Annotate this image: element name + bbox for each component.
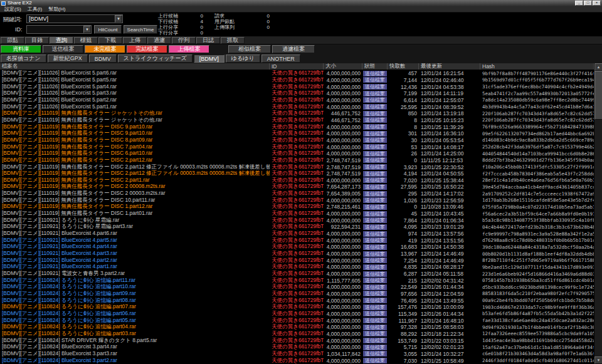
chevron-down-icon[interactable]: ▼ [83, 26, 91, 33]
table-row[interactable]: [BDMV][アニメ][111019] 無責任艦長タイラー DISC 2.par… [0, 164, 594, 170]
query-tab-6[interactable]: ANOTHER [261, 55, 300, 63]
scrollbar-up-icon[interactable]: ▲ [594, 63, 602, 71]
query-tab-3[interactable]: ストライクウィッチーズ [118, 55, 193, 63]
table-row[interactable]: [BDMV][アニメ][110824] るろうに剣心 追憶編.part10.ra… [0, 284, 594, 291]
filename-cell: [BDMV][アニメ][111019] 無責任艦長タイラー DISC 1.par… [0, 211, 270, 217]
table-row[interactable]: [BDMV][アニメ][110921] BlueExorcist 4.part6… [0, 231, 594, 237]
main-tab-query[interactable]: 查詢 [50, 37, 73, 44]
table-row[interactable]: [BDMV][アニメ][110824] BlueExorcist 3.part3… [0, 351, 594, 358]
table-row[interactable]: [BDMV][アニメ][111026] BlueExorcist 5.part1… [0, 103, 594, 110]
table-row[interactable]: [BDMV][アニメ][111026] BlueExorcist 5.part4… [0, 83, 594, 90]
table-row[interactable]: [BDMV][アニメ][111019] 無責任艦長タイラー DISC 10.pa… [0, 197, 594, 204]
table-row[interactable]: [BDMV][アニメ][110921] るろうに剣心 星霜編.part3.rar… [0, 224, 594, 231]
table-row[interactable]: [BDMV][アニメ][110824] るろうに剣心 追憶編.part09.ra… [0, 291, 594, 298]
table-row[interactable]: [BDMV][アニメ][110824] BlueExorcist 3.part2… [0, 357, 594, 364]
filename-cell: [BDMV][アニメ][110824] るろうに剣心 追憶編.part11.ra… [0, 277, 270, 284]
menu-item-settings[interactable]: 設定(S) [2, 6, 24, 13]
query-tab-5[interactable]: ゆるゆり [226, 55, 260, 63]
table-row[interactable]: [BDMV][アニメ][110824] るろうに剣心 追憶編.part11.ra… [0, 277, 594, 284]
hash-cell: b53afe6fd5b86f4a87fb5c55da5b42b3a1d2f225 [480, 311, 594, 316]
column-header-cache[interactable]: 快取數 [388, 63, 419, 70]
query-tab-1[interactable]: 新世紀GPX [48, 55, 88, 63]
column-header-updated[interactable]: 最後更新 [419, 63, 480, 70]
column-header-filename[interactable]: 檔案名 [0, 63, 270, 70]
query-tab-0[interactable]: 名探偵コナン [1, 55, 46, 63]
filter-button-complete[interactable]: 完結檔案 [127, 45, 167, 53]
table-row[interactable]: [BDMV][アニメ][110921] 電波女と青春男 3.part2.rar天… [0, 271, 594, 278]
table-row[interactable]: [BDMV][アニメ][111019] 無責任艦長タイラー DISC 7.par… [0, 143, 594, 150]
vertical-scrollbar[interactable]: ▲ ▼ [594, 63, 602, 364]
scrollbar-down-icon[interactable]: ▼ [594, 356, 602, 364]
table-row[interactable]: [BDMV][アニメ][110824] BlueExorcist 3.part4… [0, 344, 594, 351]
table-row[interactable]: [BDMV][アニメ][110921] BlueExorcist 4.part4… [0, 244, 594, 251]
table-row[interactable]: [BDMV][アニメ][110824] るろうに剣心 追憶編.part05.ra… [0, 317, 594, 324]
status-badge: 送信檔案 [363, 117, 387, 123]
column-header-hash[interactable]: Hash [480, 63, 594, 70]
menu-item-help[interactable]: 幫助(H) [46, 6, 68, 13]
table-row[interactable]: [BDMV][アニメ][110921] BlueExorcist 4.part2… [0, 257, 594, 264]
table-row[interactable]: [BDMV][アニメ][110824] るろうに剣心 追憶編.part07.ra… [0, 304, 594, 311]
table-row[interactable]: [BDMV][アニメ][110824] るろうに剣心 追憶編.part04.ra… [0, 324, 594, 331]
table-row[interactable]: [BDMV][アニメ][111019] 無責任艦長タイラー DISC 2.par… [0, 170, 594, 177]
chevron-down-icon[interactable]: ▼ [115, 15, 122, 23]
column-header-size[interactable]: 大小 [324, 63, 362, 70]
table-row[interactable]: [BDMV][アニメ][110921] BlueExorcist 4.part5… [0, 237, 594, 244]
table-row[interactable]: [BDMV][アニメ][111019] 無責任艦長タイラー DISC 2 000… [0, 184, 594, 190]
searchtime-button[interactable]: SearchTime [124, 25, 157, 34]
main-tab-download[interactable]: 下載 [98, 37, 122, 44]
table-row[interactable]: [BDMV][アニメ][110921] BlueExorcist 4.part1… [0, 264, 594, 271]
query-tab-2[interactable]: BDMV [89, 55, 117, 63]
table-row[interactable]: [BDMV][アニメ][111019] 無責任艦長タイラー DISC 2 000… [0, 190, 594, 197]
table-row[interactable]: [BDMV][アニメ][111019] 無責任艦長タイラー DISC 6.par… [0, 150, 594, 157]
table-row[interactable]: [BDMV][アニメ][111019] 無責任艦長タイラー DISC 9.par… [0, 130, 594, 137]
similar-files-button[interactable]: 相似檔案 [228, 45, 271, 53]
keyword-combobox[interactable]: [BDMV] ▼ [26, 14, 123, 23]
status-badge: 送信檔案 [363, 91, 387, 96]
filter-button-sending[interactable]: 送信檔案 [43, 45, 83, 53]
table-row[interactable]: [BDMV][アニメ][110921] BlueExorcist 4.part3… [0, 251, 594, 257]
table-row[interactable]: [BDMV][アニメ][110921] るろうに剣心 星霜編.rar天使の翼き6… [0, 217, 594, 224]
hitcount-button[interactable]: HitCount [94, 25, 122, 34]
minimize-button[interactable]: _ [575, 1, 583, 6]
main-tab-log[interactable]: 日誌 [196, 37, 220, 44]
id-cell: 天使の翼き661729fbTY [270, 130, 324, 137]
column-header-id[interactable]: ID [270, 63, 324, 70]
table-row[interactable]: [BDMV][アニメ][110824] STAR DRIVER 輝きのタクト 8… [0, 337, 594, 344]
menu-item-tools[interactable]: 工具(I) [25, 6, 45, 13]
main-tab-node[interactable]: 節點 [1, 37, 24, 44]
query-tab-4-active[interactable]: [BDMV] [194, 55, 224, 63]
close-button[interactable]: × [593, 1, 601, 6]
table-row[interactable]: [BDMV][アニメ][111019] 無責任艦長タイラー DISC 8.par… [0, 137, 594, 144]
filter-button-incomplete[interactable]: 未完檔案 [85, 45, 125, 53]
table-row[interactable]: [BDMV][アニメ][111019] 無責任艦長タイラー ジャケットその他.r… [0, 110, 594, 117]
table-row[interactable]: [BDMV][アニメ][111026] BlueExorcist 5.part2… [0, 97, 594, 104]
updated-cell: 12/01/22 03:03:15 [419, 338, 480, 344]
main-tab-queue[interactable]: 佇列 [172, 37, 196, 44]
table-row[interactable]: [BDMV][アニメ][111026] BlueExorcist 5.part3… [0, 90, 594, 97]
id-combobox[interactable]: ▼ [26, 25, 92, 34]
filter-files-button[interactable]: 過濾檔案 [272, 45, 315, 53]
maximize-button[interactable]: □ [584, 1, 592, 6]
table-row[interactable]: [BDMV][アニメ][111019] 無責任艦長タイラー DISC 2.par… [0, 177, 594, 184]
column-header-status[interactable]: 狀態 [362, 63, 388, 70]
main-tab-upload[interactable]: 上傳 [123, 37, 147, 44]
filename-cell: [BDMV][アニメ][111026] BlueExorcist 5.part5… [0, 77, 270, 84]
table-row[interactable]: [BDMV][アニメ][111019] 無責任艦長タイラー DISC 1.par… [0, 211, 594, 217]
main-tab-catalog[interactable]: 目錄 [25, 37, 49, 44]
table-row[interactable]: [BDMV][アニメ][111026] BlueExorcist 5.part5… [0, 77, 594, 84]
table-row[interactable]: [BDMV][アニメ][111019] 無責任艦長タイラー ジャケットその他.r… [0, 117, 594, 124]
table-row[interactable]: [BDMV][アニメ][110824] るろうに剣心 追憶編.part08.ra… [0, 297, 594, 304]
table-row[interactable]: [BDMV][アニメ][111019] 無責任艦長タイラー DISC 9.par… [0, 123, 594, 130]
table-row[interactable]: [BDMV][アニメ][110824] るろうに剣心 追憶編.part03.ra… [0, 331, 594, 338]
table-row[interactable]: [BDMV][アニメ][111019] 無責任艦長タイラー DISC 1.par… [0, 204, 594, 211]
filter-button-upload[interactable]: 上傳檔案 [169, 45, 209, 53]
filter-button-database[interactable]: 資料庫 [1, 45, 41, 53]
main-tab-tag[interactable]: 標籤 [74, 37, 98, 44]
scrollbar-thumb[interactable] [594, 71, 602, 120]
table-row[interactable]: [BDMV][アニメ][111019] 無責任艦長タイラー DISC 2.par… [0, 157, 594, 164]
size-cell: 4,000,000,000 [324, 318, 362, 324]
main-tab-search[interactable]: 抓取 [221, 37, 245, 44]
table-row[interactable]: [BDMV][アニメ][110824] るろうに剣心 追憶編.part06.ra… [0, 311, 594, 318]
main-tab-filter[interactable]: 過濾 [147, 37, 171, 44]
table-row[interactable]: [BDMV][アニメ][111026] BlueExorcist 5.part6… [0, 70, 594, 77]
